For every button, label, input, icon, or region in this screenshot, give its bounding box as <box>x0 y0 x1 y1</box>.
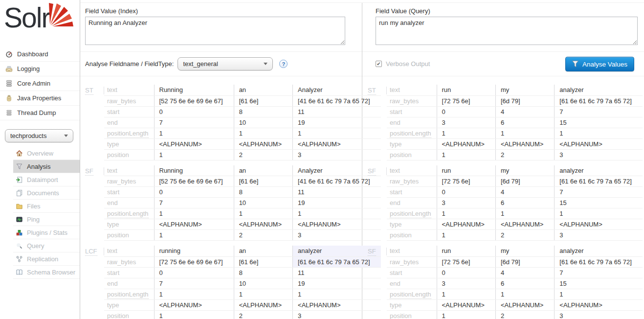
sidebar-item-thread-dump[interactable]: Thread Dump <box>0 106 80 120</box>
token-type-value: <ALPHANUM> <box>495 299 554 310</box>
token-end-value: 7 <box>154 198 234 208</box>
token-table: textrunmyanalyzerraw_bytes[72 75 6e][6d … <box>387 246 643 319</box>
analyse-values-button[interactable]: Analyse Values <box>565 57 634 71</box>
solr-logo-text: Solr <box>4 4 49 32</box>
verbose-row: Verbose Output Analyse Values <box>362 52 644 76</box>
sidebar-item-dashboard[interactable]: Dashboard <box>0 47 80 62</box>
token-type-value: <ALPHANUM> <box>437 299 495 310</box>
sidebar-item-core-admin[interactable]: Core Admin <box>0 76 80 91</box>
token-text-value: running <box>154 246 234 256</box>
token-start-value: 0 <box>437 267 495 278</box>
index-field-label: Field Value (Index) <box>85 7 345 15</box>
sidebar-item-overview[interactable]: Overview <box>13 147 80 160</box>
index-analysis-results: STtextRunninganAnalyzerraw_bytes[52 75 6… <box>80 76 362 319</box>
solr-logo[interactable]: Solr <box>0 0 80 46</box>
token-attribute-row: raw_bytes[52 75 6e 6e 69 6e 67][61 6e][4… <box>104 176 381 187</box>
token-start-value: 0 <box>154 187 234 198</box>
token-attribute-row: type<ALPHANUM><ALPHANUM><ALPHANUM> <box>104 138 381 149</box>
logging-icon <box>5 65 14 73</box>
attribute-label-cell: start <box>104 106 154 117</box>
attribute-label-cell: raw_bytes <box>387 176 437 187</box>
sidebar-item-schema-browser[interactable]: Schema Browser <box>13 266 80 279</box>
token-raw_bytes-value: [72 75 6e] <box>437 95 495 106</box>
analyzer-abbr-cell: SF <box>85 165 104 241</box>
sidebar-item-java-properties[interactable]: Java Properties <box>0 91 80 106</box>
token-attribute-row: end71019 <box>104 278 381 289</box>
sidebar-item-plugins-stats[interactable]: Plugins / Stats <box>13 226 80 239</box>
token-positionLength-value: 1 <box>437 208 495 219</box>
attribute-label-cell: text <box>387 246 437 256</box>
token-raw_bytes-value: [61 6e 61 6c 79 7a 65 72] <box>555 256 643 267</box>
token-attribute-row: textrunmyanalyzer <box>387 165 643 176</box>
funnel-icon <box>572 61 578 68</box>
token-raw_bytes-value: [72 75 6e] <box>437 256 495 267</box>
chevron-down-icon <box>64 135 68 137</box>
index-field-value-input[interactable]: Running an Analyzer <box>85 17 345 45</box>
token-raw_bytes-value: [61 6e 61 6c 79 7a 65 72] <box>555 176 643 187</box>
fieldtype-dropdown[interactable]: text_general <box>178 57 273 70</box>
plugins-icon <box>16 228 24 236</box>
token-attribute-row: position123 <box>104 230 381 241</box>
token-attribute-row: textrunningananalyzer <box>104 246 381 256</box>
attribute-label-cell: positionLength <box>387 208 437 219</box>
attribute-label-cell: positionLength <box>104 128 154 138</box>
token-start-value: 0 <box>437 106 495 117</box>
token-attribute-row: position123 <box>387 310 643 319</box>
sidebar-item-replication[interactable]: Replication <box>13 252 80 266</box>
token-position-value: 2 <box>234 149 292 160</box>
token-attribute-row: positionLength111 <box>104 289 381 299</box>
token-start-value: 8 <box>234 187 292 198</box>
token-end-value: 3 <box>437 198 495 208</box>
analysis-section: STtextrunmyanalyzerraw_bytes[72 75 6e][6… <box>368 85 644 160</box>
sidebar-item-ping[interactable]: Ping <box>13 213 80 226</box>
attribute-label-cell: position <box>104 230 154 241</box>
analyzer-abbreviation: ST <box>368 87 376 95</box>
token-attribute-row: raw_bytes[72 75 6e][6d 79][61 6e 61 6c 7… <box>387 256 643 267</box>
token-raw_bytes-value: [61 6e] <box>234 176 292 187</box>
analyzer-abbr-cell: ST <box>85 85 104 160</box>
token-attribute-row: type<ALPHANUM><ALPHANUM><ALPHANUM> <box>387 138 643 149</box>
attribute-label-cell: type <box>387 299 437 310</box>
attribute-label-cell: position <box>387 149 437 160</box>
token-text-value: my <box>495 165 554 176</box>
sidebar-item-query[interactable]: Query <box>13 239 80 252</box>
token-attribute-row: type<ALPHANUM><ALPHANUM><ALPHANUM> <box>387 219 643 230</box>
files-icon <box>16 202 24 210</box>
token-text-value: analyzer <box>555 165 643 176</box>
sidebar-item-documents[interactable]: Documents <box>13 186 80 200</box>
documents-icon <box>16 189 24 197</box>
token-end-value: 3 <box>437 278 495 289</box>
index-field-row: Field Value (Index) Running an Analyzer <box>80 3 362 52</box>
token-raw_bytes-value: [61 6e] <box>234 95 292 106</box>
query-field-value-input[interactable]: run my analyzer <box>376 17 638 45</box>
ping-icon <box>16 215 24 223</box>
token-attribute-row: textrunmyanalyzer <box>387 246 643 256</box>
help-icon[interactable]: ? <box>279 60 288 68</box>
attribute-label-cell: position <box>387 230 437 241</box>
verbose-output-checkbox[interactable] <box>376 61 382 67</box>
sidebar-item-analysis[interactable]: Analysis <box>13 160 80 173</box>
sidebar-item-files[interactable]: Files <box>13 200 80 213</box>
token-end-value: 10 <box>234 278 292 289</box>
token-attribute-row: textRunninganAnalyzer <box>104 85 381 95</box>
analyzer-abbr-cell: LCF <box>85 246 104 319</box>
token-attribute-row: start0811 <box>104 187 381 198</box>
core-selector-dropdown[interactable]: techproducts <box>5 129 73 142</box>
token-type-value: <ALPHANUM> <box>437 219 495 230</box>
attribute-label-cell: raw_bytes <box>387 95 437 106</box>
token-attribute-row: positionLength111 <box>387 208 643 219</box>
token-raw_bytes-value: [61 6e] <box>234 256 292 267</box>
sidebar: Solr Dashboard Logging <box>0 0 80 319</box>
sidebar-item-dataimport[interactable]: Dataimport <box>13 173 80 186</box>
attribute-label-cell: start <box>104 267 154 278</box>
token-text-value: run <box>437 165 495 176</box>
token-attribute-row: textrunmyanalyzer <box>387 85 643 95</box>
token-start-value: 7 <box>555 267 643 278</box>
attribute-label-cell: end <box>387 117 437 128</box>
token-raw_bytes-value: [52 75 6e 6e 69 6e 67] <box>154 176 234 187</box>
token-attribute-row: start0811 <box>104 106 381 117</box>
sidebar-item-logging[interactable]: Logging <box>0 62 80 76</box>
core-nav: Overview Analysis Dataimport Documents F… <box>13 147 80 279</box>
analyzer-abbreviation: LCF <box>85 248 97 256</box>
analyzer-abbr-cell: SF <box>368 165 387 241</box>
